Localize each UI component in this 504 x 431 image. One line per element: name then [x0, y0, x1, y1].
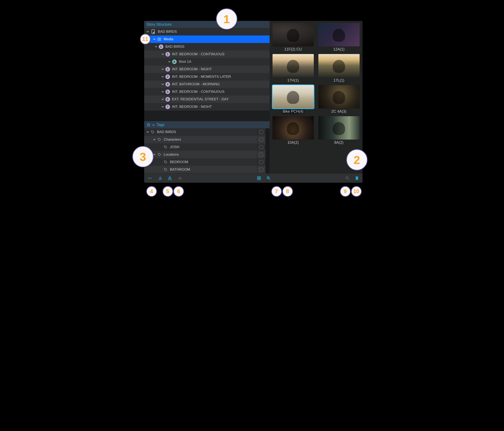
thumbnail-image: [318, 54, 360, 77]
thumbnail-name: 17L(1): [333, 78, 344, 83]
scene-badge: 7: [165, 104, 170, 109]
tag-checkbox[interactable]: [259, 153, 263, 157]
chevron-down-icon[interactable]: [153, 138, 156, 141]
tags-header[interactable]: Tags: [144, 121, 270, 128]
filmstrip-button[interactable]: [354, 176, 360, 181]
tag-group-label: Locations: [164, 152, 179, 157]
chevron-down-icon[interactable]: [161, 82, 165, 86]
thumbnail-image: [318, 116, 360, 140]
thumbnail-item[interactable]: 17L(1): [317, 54, 360, 83]
scene-label: INT. BEDROOM - CONTINUOUS: [172, 90, 225, 94]
tag-item-label: BATHROOM: [170, 168, 190, 172]
tags-tree: BAD BIRDS Characters: [144, 128, 265, 173]
tag-item-label: JOSH: [170, 145, 179, 149]
svg-text:P: P: [153, 32, 154, 34]
svg-point-14: [157, 40, 158, 41]
chevron-down-icon[interactable]: [161, 90, 165, 94]
more-options-button[interactable]: [147, 176, 153, 181]
tag-checkbox[interactable]: [259, 160, 263, 164]
tag-icon: [157, 137, 162, 142]
tree-row-media[interactable]: Media: [144, 36, 270, 43]
tree-row-scene[interactable]: 7 INT. BEDROOM - NIGHT: [144, 103, 270, 111]
tag-icon: [163, 160, 168, 164]
thumbnail-name: 8A(2): [334, 141, 343, 145]
svg-point-21: [165, 161, 165, 162]
svg-point-6: [152, 32, 153, 32]
thumbnail-item[interactable]: 12A(1): [317, 23, 360, 52]
media-label: Media: [164, 37, 173, 41]
chevron-down-icon[interactable]: [161, 67, 165, 71]
svg-point-25: [151, 178, 152, 178]
scene-label: INT. BEDROOM - CONTINUOUS: [172, 52, 225, 56]
thumbnail-name: 10A(2): [287, 141, 298, 145]
chevron-down-icon[interactable]: [152, 123, 155, 126]
tags-scrollbar[interactable]: [265, 128, 270, 173]
scene-badge: 3: [165, 75, 170, 79]
chevron-down-icon[interactable]: [146, 30, 150, 34]
tag-row-item[interactable]: BATHROOM: [144, 166, 265, 173]
scene-badge: 2: [165, 67, 170, 72]
bottom-toolbar: [144, 173, 362, 183]
thumbnail-item[interactable]: 17H(1): [272, 54, 315, 83]
power-icon[interactable]: [147, 123, 150, 127]
search-button[interactable]: [345, 176, 350, 181]
thumbnail-image: [318, 23, 360, 46]
grid-view-button[interactable]: [256, 176, 262, 181]
tag-row-group[interactable]: Characters: [144, 136, 265, 143]
import-button[interactable]: [158, 176, 163, 181]
chevron-down-icon[interactable]: [161, 105, 165, 109]
story-structure-header[interactable]: Story Structure: [144, 21, 270, 28]
tree-row-scene[interactable]: 1 INT. BEDROOM - CONTINUOUS: [144, 50, 270, 58]
svg-point-35: [346, 177, 348, 179]
tree-row-scene[interactable]: 5 INT. BEDROOM - CONTINUOUS: [144, 88, 270, 95]
thumbnail-item[interactable]: 2C 4A(3): [317, 85, 360, 114]
tag-checkbox[interactable]: [259, 130, 263, 134]
chevron-down-icon[interactable]: [161, 52, 165, 56]
scene-label: EXT. RESIDENTIAL STREET - DAY: [172, 97, 229, 101]
thumbnail-name: 12A(1): [333, 47, 344, 52]
tag-row-group[interactable]: Locations: [144, 151, 265, 158]
svg-rect-28: [259, 177, 261, 178]
tree-row-scene[interactable]: 4 INT. BATHROOM - MORNING: [144, 81, 270, 88]
tag-checkbox[interactable]: [259, 138, 263, 141]
tree-row-shot[interactable]: A Shot 1A: [144, 58, 270, 66]
tag-checkbox[interactable]: [259, 168, 263, 171]
chevron-down-icon[interactable]: [153, 37, 156, 41]
tag-row-item[interactable]: BEDROOM: [144, 158, 265, 166]
tag-checkbox[interactable]: [259, 145, 263, 149]
scene-badge: 1: [159, 44, 163, 49]
subproject-label: BAD BIRDS: [165, 45, 185, 49]
scene-label: INT. BEDROOM - NIGHT: [172, 67, 212, 71]
chevron-down-icon[interactable]: [161, 97, 165, 101]
chevron-down-icon[interactable]: [146, 130, 150, 134]
tag-row-item[interactable]: JOSH: [144, 143, 265, 151]
tree-row-subproject[interactable]: 1 BAD BIRDS: [144, 43, 270, 50]
tree-row-scene[interactable]: 6 EXT. RESIDENTIAL STREET - DAY: [144, 95, 270, 103]
thumbnail-item[interactable]: 8A(2): [317, 116, 360, 145]
svg-point-12: [157, 38, 158, 39]
app-window: Story Structure P BAD BIRDS: [144, 21, 362, 183]
svg-rect-39: [358, 177, 359, 180]
callout-marker-8: 8: [282, 186, 293, 197]
scene-label: INT. BATHROOM - MORNING: [172, 82, 220, 86]
zoom-in-button[interactable]: [266, 176, 271, 181]
thumbnail-image: [272, 54, 314, 77]
tree-row-scene[interactable]: 2 INT. BEDROOM - NIGHT: [144, 66, 270, 73]
export-button[interactable]: [167, 176, 172, 181]
tree-row-scene[interactable]: 3 INT. BEDROOM - MOMENTS LATER: [144, 73, 270, 81]
callout-marker-3: 3: [132, 146, 153, 167]
tag-group-label: Characters: [164, 138, 181, 142]
tag-item-label: BEDROOM: [170, 160, 188, 164]
cloud-button[interactable]: [178, 176, 183, 181]
thumbnail-item[interactable]: 10A(2): [272, 116, 315, 145]
tree-row-root[interactable]: P BAD BIRDS: [144, 28, 270, 36]
svg-line-32: [269, 179, 270, 180]
chevron-down-icon[interactable]: [161, 75, 165, 79]
chevron-down-icon[interactable]: [168, 60, 171, 64]
thumbnail-item[interactable]: Bike PCH(4): [272, 85, 315, 114]
thumbnail-item[interactable]: 11F(2) CU: [272, 23, 315, 52]
chevron-down-icon[interactable]: [154, 45, 158, 49]
svg-point-19: [165, 146, 165, 147]
project-icon: P: [150, 29, 156, 34]
tag-row-root[interactable]: BAD BIRDS: [144, 128, 265, 136]
